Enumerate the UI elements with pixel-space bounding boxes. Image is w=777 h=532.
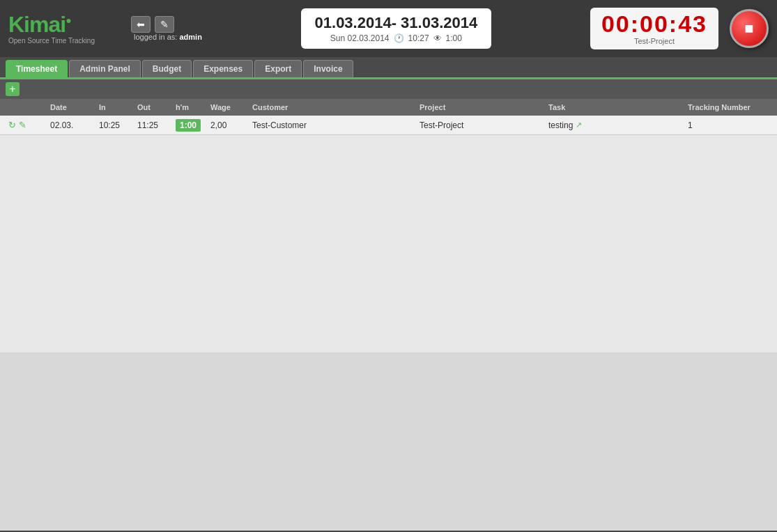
app-logo: Kimai● bbox=[8, 13, 120, 36]
col-tracking: Tracking Number bbox=[685, 102, 755, 113]
row-task-cell: testing ↗ bbox=[546, 119, 685, 132]
tab-invoice[interactable]: Invoice bbox=[303, 60, 353, 77]
row-hm: 1:00 bbox=[173, 119, 208, 132]
clock-icon: 🕐 bbox=[394, 33, 404, 43]
logged-in-label: logged in as: admin bbox=[134, 33, 202, 41]
col-actions bbox=[6, 102, 47, 113]
app-subtitle: Open Source Time Tracking bbox=[8, 37, 120, 45]
stop-button[interactable]: ■ bbox=[730, 9, 769, 48]
row-actions: ↻ ✎ bbox=[6, 118, 47, 132]
tab-admin-panel[interactable]: Admin Panel bbox=[69, 60, 141, 77]
timer-project: Test-Project bbox=[601, 37, 707, 45]
logo-area: Kimai● Open Source Time Tracking bbox=[8, 13, 120, 45]
row-date: 02.03. bbox=[47, 119, 96, 132]
row-out: 11:25 bbox=[134, 119, 173, 132]
tab-export[interactable]: Export bbox=[254, 60, 302, 77]
logo-dot: ● bbox=[66, 15, 70, 26]
date-range-time: 10:27 bbox=[408, 33, 429, 43]
logged-in-row: logged in as: admin bbox=[131, 33, 202, 41]
tab-expenses[interactable]: Expenses bbox=[193, 60, 253, 77]
tab-budget[interactable]: Budget bbox=[142, 60, 192, 77]
timesheet-toolbar: + bbox=[0, 79, 777, 99]
logged-in-user: admin bbox=[179, 33, 201, 41]
toolbar-edit-button[interactable]: ✎ bbox=[155, 16, 174, 33]
empty-table-space bbox=[0, 352, 777, 531]
main-content: + Date In Out h'm Wage Customer Project … bbox=[0, 79, 777, 531]
date-range-box: 01.03.2014- 31.03.2014 Sun 02.03.2014 🕐 … bbox=[301, 8, 492, 49]
col-project: Project bbox=[417, 102, 546, 113]
row-project: Test-Project bbox=[417, 119, 546, 132]
col-date: Date bbox=[47, 102, 96, 113]
timer-box: 00:00:43 Test-Project bbox=[590, 8, 718, 49]
toolbar-back-button[interactable]: ⬅ bbox=[131, 16, 151, 33]
table-row: ↻ ✎ 02.03. 10:25 11:25 1:00 2,00 Test-Cu… bbox=[0, 116, 777, 135]
col-out: Out bbox=[134, 102, 173, 113]
row-wage: 2,00 bbox=[208, 119, 249, 132]
col-wage: Wage bbox=[208, 102, 249, 113]
col-customer: Customer bbox=[249, 102, 417, 113]
toolbar-area: ⬅ ✎ logged in as: admin bbox=[131, 16, 202, 41]
row-tracking: 1 bbox=[685, 119, 755, 132]
date-range-sub: Sun 02.03.2014 🕐 10:27 👁 1:00 bbox=[315, 33, 478, 43]
date-range-date: Sun 02.03.2014 bbox=[330, 33, 390, 43]
tab-timesheet[interactable]: Timesheet bbox=[6, 60, 68, 77]
eye-icon: 👁 bbox=[433, 33, 442, 43]
logo-text: Kimai bbox=[8, 12, 66, 37]
column-headers: Date In Out h'm Wage Customer Project Ta… bbox=[0, 99, 777, 116]
row-reload-icon[interactable]: ↻ bbox=[8, 120, 16, 130]
row-edit-icon[interactable]: ✎ bbox=[19, 120, 26, 130]
date-range-main: 01.03.2014- 31.03.2014 bbox=[315, 14, 478, 32]
date-range-duration: 1:00 bbox=[446, 33, 462, 43]
timer-display: 00:00:43 bbox=[601, 12, 707, 36]
data-rows: ↻ ✎ 02.03. 10:25 11:25 1:00 2,00 Test-Cu… bbox=[0, 116, 777, 352]
col-task: Task bbox=[546, 102, 685, 113]
col-hm: h'm bbox=[173, 102, 208, 113]
toolbar-row: ⬅ ✎ bbox=[131, 16, 202, 33]
row-ext-link-icon[interactable]: ↗ bbox=[576, 120, 582, 130]
row-customer: Test-Customer bbox=[249, 119, 417, 132]
col-in: In bbox=[96, 102, 134, 113]
row-in: 10:25 bbox=[96, 119, 134, 132]
row-task: testing bbox=[548, 120, 573, 130]
add-entry-button[interactable]: + bbox=[6, 82, 20, 96]
header: Kimai● Open Source Time Tracking ⬅ ✎ log… bbox=[0, 0, 777, 57]
nav-tabs: Timesheet Admin Panel Budget Expenses Ex… bbox=[0, 57, 777, 79]
